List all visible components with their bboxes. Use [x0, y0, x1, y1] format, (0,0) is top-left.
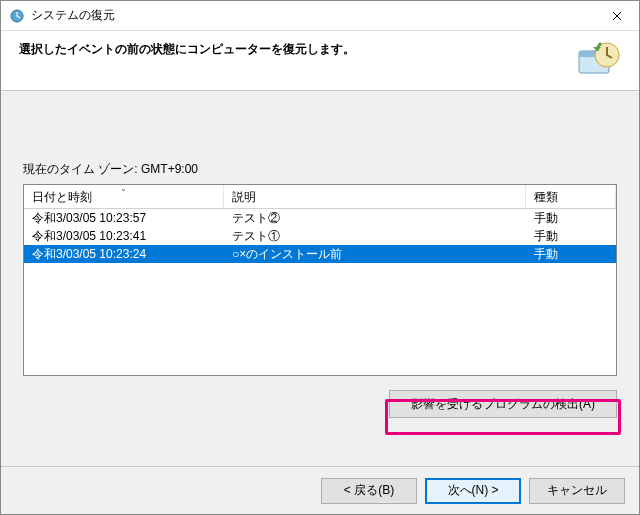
dialog-heading: 選択したイベントの前の状態にコンピューターを復元します。	[19, 41, 621, 58]
next-button[interactable]: 次へ(N) >	[425, 478, 521, 504]
timezone-label: 現在のタイム ゾーン: GMT+9:00	[23, 161, 617, 178]
cancel-button[interactable]: キャンセル	[529, 478, 625, 504]
cell-type: 手動	[526, 245, 616, 263]
column-header-type[interactable]: 種類	[526, 185, 616, 208]
dialog-header: 選択したイベントの前の状態にコンピューターを復元します。	[1, 31, 639, 91]
chevron-down-icon: ⌄	[120, 184, 127, 193]
restore-graphic-icon	[575, 37, 623, 85]
dialog-body: 現在のタイム ゾーン: GMT+9:00 ⌄ 日付と時刻 説明 種類 令和3/0…	[1, 91, 639, 430]
list-rows: 令和3/03/05 10:23:57テスト②手動令和3/03/05 10:23:…	[24, 209, 616, 263]
table-row[interactable]: 令和3/03/05 10:23:41テスト①手動	[24, 227, 616, 245]
scan-affected-programs-button[interactable]: 影響を受けるプログラムの検出(A)	[389, 390, 617, 418]
restore-points-list[interactable]: ⌄ 日付と時刻 説明 種類 令和3/03/05 10:23:57テスト②手動令和…	[23, 184, 617, 376]
table-row[interactable]: 令和3/03/05 10:23:57テスト②手動	[24, 209, 616, 227]
cell-description: テスト②	[224, 209, 526, 227]
cell-date: 令和3/03/05 10:23:57	[24, 209, 224, 227]
cell-description: ○×のインストール前	[224, 245, 526, 263]
titlebar: システムの復元	[1, 1, 639, 31]
back-button[interactable]: < 戻る(B)	[321, 478, 417, 504]
cell-date: 令和3/03/05 10:23:41	[24, 227, 224, 245]
dialog-footer: < 戻る(B) 次へ(N) > キャンセル	[1, 466, 639, 514]
cell-date: 令和3/03/05 10:23:24	[24, 245, 224, 263]
table-row[interactable]: 令和3/03/05 10:23:24○×のインストール前手動	[24, 245, 616, 263]
column-header-description[interactable]: 説明	[224, 185, 526, 208]
cell-type: 手動	[526, 209, 616, 227]
close-button[interactable]	[594, 1, 639, 31]
system-restore-icon	[9, 8, 25, 24]
cell-description: テスト①	[224, 227, 526, 245]
cell-type: 手動	[526, 227, 616, 245]
column-header-date[interactable]: ⌄ 日付と時刻	[24, 185, 224, 208]
window-title: システムの復元	[31, 7, 594, 24]
list-header: ⌄ 日付と時刻 説明 種類	[24, 185, 616, 209]
